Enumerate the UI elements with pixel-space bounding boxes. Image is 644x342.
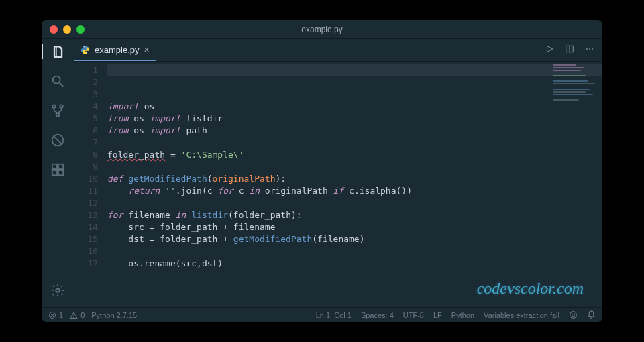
- editor-area: example.py × 1 2 3 4 5 6 7 8 9 10 1: [74, 39, 602, 307]
- svg-point-18: [589, 48, 590, 50]
- svg-rect-8: [58, 164, 63, 169]
- svg-rect-10: [58, 170, 63, 175]
- python-file-icon: [80, 45, 90, 54]
- svg-point-25: [570, 312, 577, 319]
- code-editor[interactable]: 1 2 3 4 5 6 7 8 9 10 11 12 13 14 15 16 1…: [74, 62, 602, 307]
- svg-point-19: [592, 48, 593, 50]
- svg-line-1: [60, 83, 64, 87]
- split-editor-icon[interactable]: [565, 44, 574, 56]
- debug-tab[interactable]: [42, 133, 74, 148]
- status-message[interactable]: Variables extraction fail: [484, 311, 559, 319]
- tab-example-py[interactable]: example.py ×: [74, 39, 156, 61]
- svg-point-26: [572, 314, 573, 315]
- current-line-highlight: [107, 64, 602, 76]
- status-errors[interactable]: 1: [48, 311, 63, 319]
- editor-actions: [545, 39, 602, 61]
- status-indentation[interactable]: Spaces: 4: [361, 311, 394, 319]
- status-bar: 1 0 Python 2.7.15 Ln 1, Col 1 Spaces: 4 …: [42, 307, 602, 322]
- status-eol[interactable]: LF: [433, 311, 442, 319]
- titlebar: example.py: [42, 20, 602, 39]
- notifications-icon[interactable]: [587, 310, 596, 319]
- svg-rect-7: [52, 164, 57, 169]
- search-tab[interactable]: [42, 74, 74, 89]
- svg-point-11: [56, 288, 60, 292]
- svg-point-13: [86, 52, 87, 53]
- run-icon[interactable]: [545, 44, 554, 56]
- status-python-version[interactable]: Python 2.7.15: [91, 311, 137, 319]
- line-number-gutter: 1 2 3 4 5 6 7 8 9 10 11 12 13 14 15 16 1…: [74, 62, 107, 307]
- feedback-icon[interactable]: [569, 310, 578, 319]
- svg-point-27: [574, 314, 575, 315]
- svg-point-12: [84, 46, 85, 47]
- status-language-mode[interactable]: Python: [451, 311, 474, 319]
- svg-point-2: [52, 105, 56, 108]
- activity-bar: [42, 39, 74, 307]
- source-control-tab[interactable]: [42, 103, 74, 118]
- svg-rect-9: [52, 170, 57, 175]
- tab-bar: example.py ×: [74, 39, 602, 62]
- window-title: example.py: [42, 25, 602, 34]
- settings-gear[interactable]: [42, 283, 74, 298]
- svg-marker-14: [547, 46, 553, 52]
- svg-point-4: [56, 113, 60, 117]
- svg-point-17: [586, 48, 588, 50]
- editor-window: example.py: [42, 20, 602, 322]
- explorer-tab[interactable]: [42, 44, 74, 59]
- more-actions-icon[interactable]: [585, 44, 594, 56]
- svg-point-3: [60, 105, 63, 108]
- svg-point-24: [74, 317, 74, 317]
- close-tab-icon[interactable]: ×: [144, 45, 149, 54]
- tab-filename: example.py: [95, 45, 139, 55]
- status-cursor-position[interactable]: Ln 1, Col 1: [316, 311, 352, 319]
- window-body: example.py × 1 2 3 4 5 6 7 8 9 10 1: [42, 39, 602, 307]
- status-warnings[interactable]: 0: [70, 311, 85, 319]
- svg-point-0: [53, 76, 60, 84]
- status-encoding[interactable]: UTF-8: [403, 311, 424, 319]
- extensions-tab[interactable]: [42, 162, 74, 177]
- minimap[interactable]: [553, 64, 600, 105]
- code-content[interactable]: import os from os import listdir from os…: [107, 62, 602, 307]
